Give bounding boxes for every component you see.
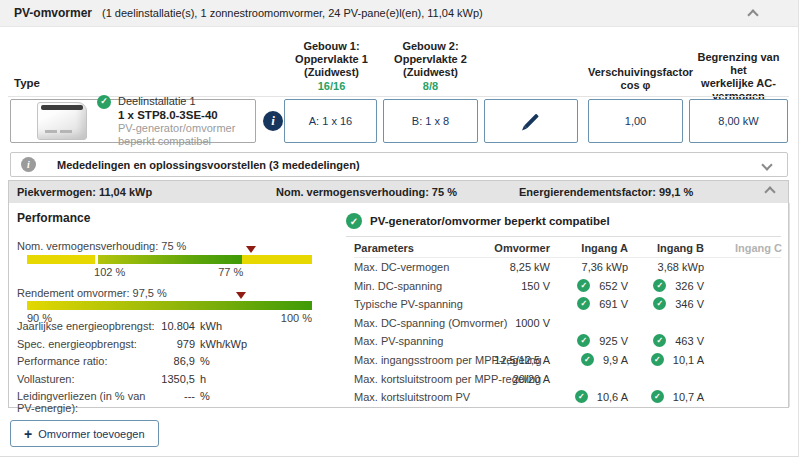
compat-ok-icon: ✓ <box>346 213 362 229</box>
performance-stats: Jaarlijkse energieopbrengst: 10.804 kWh … <box>17 320 317 408</box>
parameter-row: Max. DC-spanning (Omvormer) 1000 V ✓ ✓ <box>354 317 781 336</box>
chevron-up-icon[interactable] <box>747 9 758 20</box>
inverter-image <box>37 102 87 140</box>
check-icon: ✓ <box>653 297 666 310</box>
plus-icon: + <box>24 427 32 441</box>
stat-unit: kWh <box>195 320 317 332</box>
chevron-down-icon[interactable] <box>761 159 772 170</box>
section-title: PV-omvormer <box>14 6 92 20</box>
inverter-card[interactable]: ✓ Deelinstallatie 1 1 x STP8.0-3SE-40 PV… <box>10 99 256 143</box>
inverter-compat-status: PV-generator/omvormer beperkt compatibel <box>118 122 255 148</box>
nominal-ratio-summary: Nom. vermogensverhouding: 75 % <box>276 186 457 198</box>
input-a-value: 9,9 A <box>603 354 628 366</box>
parameter-row: Max. PV-spanning ✓ 925 V ✓ 463 V <box>354 335 781 354</box>
section-header[interactable]: PV-omvormer (1 deelinstallatie(s), 1 zon… <box>0 0 798 27</box>
inverter-value: 150 V <box>491 280 550 292</box>
stat-row: Spec. energieopbrengst: 979 kWh/kWp <box>17 338 317 356</box>
input-b-value: 463 V <box>675 335 704 347</box>
check-icon: ✓ <box>651 353 664 366</box>
check-icon: ✓ <box>651 390 664 403</box>
info-icon[interactable]: i <box>263 111 283 131</box>
input-b-value: 10,1 A <box>673 354 704 366</box>
column-header-cos-phi: Verschuivingsfactor cos φ <box>588 66 683 92</box>
parameter-name: Max. ingangsstroom per MPP-regeling <box>354 354 491 366</box>
input-a-config-button[interactable]: A: 1 x 16 <box>284 99 377 143</box>
divider <box>346 236 781 237</box>
building1-module-count: 16/16 <box>284 80 379 92</box>
pv-inverter-panel: PV-omvormer (1 deelinstallatie(s), 1 zon… <box>0 0 799 457</box>
input-b-config-button[interactable]: B: 1 x 8 <box>383 99 478 143</box>
stat-unit: kWh/kWp <box>195 338 317 350</box>
pencil-icon <box>524 114 539 129</box>
check-icon: ✓ <box>653 279 666 292</box>
check-icon: ✓ <box>581 353 594 366</box>
input-a-value: 925 V <box>599 335 628 347</box>
stat-label: Jaarlijkse energieopbrengst: <box>17 320 159 332</box>
stat-value: --- <box>159 390 195 402</box>
type-column-label: Type <box>14 77 40 89</box>
section-subtitle: (1 deelinstallatie(s), 1 zonnestroomomvo… <box>102 7 483 19</box>
input-a-value: 691 V <box>599 298 628 310</box>
building2-module-count: 8/8 <box>383 80 478 92</box>
stat-unit: % <box>195 390 317 402</box>
nominal-ratio-gauge: 102 % 77 % <box>27 255 312 264</box>
parameter-name: Max. kortsluitstroom PV <box>354 391 491 403</box>
input-b-value: 3,68 kWp <box>658 261 704 273</box>
input-a-value: 10,6 A <box>597 391 628 403</box>
gauge1-yellow-right <box>242 255 312 264</box>
messages-expander[interactable]: i Mededelingen en oplossingsvoorstellen … <box>10 152 788 177</box>
col-ingang-b: Ingang B <box>628 242 704 254</box>
inverter-efficiency-gauge: 90 % 100 % <box>27 301 312 310</box>
stat-row: Jaarlijkse energieopbrengst: 10.804 kWh <box>17 320 317 338</box>
check-icon: ✓ <box>577 279 590 292</box>
performance-title: Performance <box>17 211 90 225</box>
gauge1-tick-77: 77 % <box>218 266 243 278</box>
results-panel: Piekvermogen: 11,04 kWp Nom. vermogensve… <box>8 180 789 408</box>
stat-label: Performance ratio: <box>17 355 159 367</box>
peak-power-summary: Piekvermogen: 11,04 kWp <box>17 186 152 198</box>
messages-label: Mededelingen en oplossingsvoorstellen (3… <box>57 159 360 171</box>
parameter-name: Max. PV-spanning <box>354 335 491 347</box>
col-ingang-c: Ingang C <box>704 242 782 254</box>
parameter-name: Min. DC-spanning <box>354 280 491 292</box>
gauge2-marker <box>236 292 246 299</box>
chevron-up-icon[interactable] <box>764 186 775 197</box>
stat-label: Spec. energieopbrengst: <box>17 338 159 350</box>
summary-bar[interactable]: Piekvermogen: 11,04 kWp Nom. vermogensve… <box>9 181 788 203</box>
inverter-value: 20/20 A <box>491 373 550 385</box>
stat-value: 1350,5 <box>159 373 195 385</box>
column-header-building1: Gebouw 1: Oppervlakte 1 (Zuidwest) <box>284 40 379 79</box>
stat-row: Performance ratio: 86,9 % <box>17 355 317 373</box>
edit-config-button[interactable] <box>484 99 578 143</box>
check-icon: ✓ <box>653 334 666 347</box>
input-a-value: 7,36 kWp <box>582 261 628 273</box>
ac-limit-value-field[interactable]: 8,00 kW <box>689 99 788 143</box>
gauge2-gradient <box>27 301 312 310</box>
parameter-row: Max. DC-vermogen 8,25 kW ✓ 7,36 kWp ✓ 3,… <box>354 261 781 280</box>
parameter-row: Typische PV-spanning ✓ 691 V ✓ 346 V <box>354 298 781 317</box>
stat-unit: h <box>195 373 317 385</box>
check-icon: ✓ <box>577 297 590 310</box>
cos-phi-value-field[interactable]: 1,00 <box>588 99 683 143</box>
parameter-row: Max. kortsluitstroom PV ✓ 10,6 A ✓ 10,7 … <box>354 391 781 410</box>
stat-row: Vollasturen: 1350,5 h <box>17 373 317 391</box>
inverter-value: 12,5/12,5 A <box>491 354 550 366</box>
gauge1-gradient <box>98 255 242 264</box>
energy-factor-summary: Energierendementsfactor: 99,1 % <box>519 186 693 198</box>
parameter-name: Max. DC-vermogen <box>354 261 491 273</box>
parameters-table-header: Parameters Omvormer Ingang A Ingang B In… <box>354 242 781 254</box>
input-b-value: 10,7 A <box>673 391 704 403</box>
gauge1-yellow-left <box>27 255 95 264</box>
stat-unit: % <box>195 355 317 367</box>
add-inverter-button[interactable]: + Omvormer toevoegen <box>10 420 159 447</box>
col-ingang-a: Ingang A <box>550 242 628 254</box>
stat-value: 86,9 <box>159 355 195 367</box>
check-icon: ✓ <box>575 390 588 403</box>
subsystem-name: Deelinstallatie 1 <box>118 95 196 108</box>
stat-row: Leidingverliezen (in % van PV-energie): … <box>17 390 317 408</box>
gauge1-tick-102: 102 % <box>94 266 125 278</box>
input-b-value: 346 V <box>675 298 704 310</box>
gauge2-label: Rendement omvormer: 97,5 % <box>17 287 167 299</box>
info-icon-gray: i <box>21 157 36 172</box>
gauge1-marker <box>246 246 256 253</box>
